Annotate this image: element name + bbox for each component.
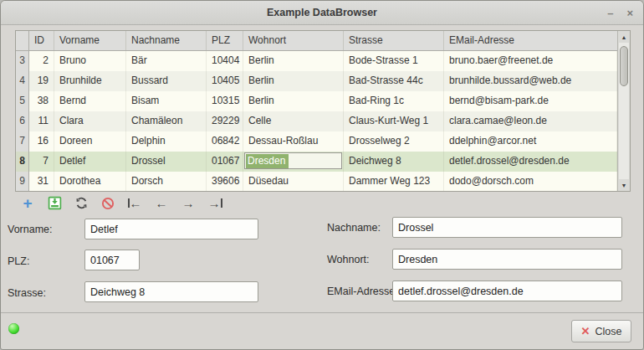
table-cell[interactable]: Drosselweg 2 — [344, 131, 444, 152]
wohnort-field[interactable] — [392, 249, 622, 270]
table-cell[interactable]: Dammer Weg 123 — [344, 172, 444, 192]
table-cell[interactable]: Bad-Strasse 44c — [344, 71, 444, 91]
prior-record-button[interactable]: ← — [148, 193, 175, 214]
column-header[interactable]: ID — [29, 31, 54, 50]
table-cell[interactable]: Bruno — [54, 51, 126, 71]
table-cell[interactable]: detlef.drossel@dresden.de — [444, 152, 617, 172]
nachname-field[interactable] — [392, 217, 622, 238]
row-number[interactable]: 8 — [16, 152, 29, 172]
table-cell[interactable]: Dorsch — [126, 172, 207, 192]
row-number[interactable]: 6 — [16, 111, 29, 131]
table-cell[interactable]: Brunhilde — [54, 71, 126, 91]
table-cell[interactable]: bernd@bisam-park.de — [444, 91, 617, 111]
table-cell[interactable]: Berlin — [243, 71, 344, 91]
table-cell[interactable]: 39606 — [207, 172, 243, 192]
scrollbar-thumb[interactable] — [620, 46, 628, 86]
scrollbar-track[interactable] — [619, 43, 629, 179]
table-row[interactable]: 87DetlefDrossel01067DresdenDeichweg 8det… — [16, 152, 617, 172]
refresh-icon — [74, 196, 89, 210]
row-number[interactable]: 7 — [16, 131, 29, 152]
first-record-button[interactable]: ← — [121, 193, 148, 214]
table-row[interactable]: 419BrunhildeBussard10405BerlinBad-Strass… — [16, 71, 617, 91]
vorname-field[interactable] — [84, 219, 258, 239]
last-record-button[interactable]: → — [202, 193, 228, 214]
table-cell[interactable]: Bad-Ring 1c — [344, 91, 444, 111]
table-row[interactable]: 611ClaraChamäleon29229CelleClaus-Kurt-We… — [16, 111, 617, 131]
table-cell[interactable]: Berlin — [243, 51, 344, 71]
table-row[interactable]: 716DoreenDelphin06842Dessau-RoßlauDrosse… — [16, 131, 617, 152]
table-cell[interactable]: Berlin — [243, 91, 344, 111]
table-cell[interactable]: 10315 — [207, 91, 243, 111]
column-header[interactable]: Strasse — [344, 31, 444, 50]
title-bar: Example DataBrowser – × — [1, 1, 643, 25]
first-record-icon: ← — [128, 197, 142, 209]
close-window-icon[interactable]: × — [626, 8, 633, 18]
row-number[interactable]: 5 — [16, 91, 29, 111]
table-cell[interactable]: Celle — [243, 111, 344, 131]
table-cell[interactable]: Doreen — [54, 131, 126, 152]
scroll-down-icon[interactable]: ▼ — [618, 179, 630, 191]
table-cell[interactable]: 10405 — [207, 71, 243, 91]
table-cell[interactable]: Bussard — [126, 71, 207, 91]
table-cell[interactable]: 06842 — [207, 131, 243, 152]
column-header[interactable]: EMail-Adresse — [444, 31, 630, 50]
table-cell[interactable]: 16 — [29, 131, 54, 152]
email-field[interactable] — [392, 281, 622, 301]
table-cell[interactable]: Clara — [54, 111, 126, 131]
refresh-button[interactable] — [68, 193, 95, 214]
row-number[interactable]: 9 — [16, 172, 29, 192]
vertical-scrollbar[interactable]: ▲ ▼ — [617, 31, 630, 191]
row-number[interactable]: 3 — [16, 51, 29, 71]
table-cell[interactable]: Detlef — [54, 152, 126, 172]
row-number[interactable]: 4 — [16, 71, 29, 91]
table-cell[interactable]: Bernd — [54, 91, 126, 111]
table-cell[interactable]: 38 — [29, 91, 54, 111]
table-cell[interactable]: Delphin — [126, 131, 207, 152]
table-cell[interactable]: 2 — [29, 51, 54, 71]
table-cell[interactable]: Bär — [126, 51, 207, 71]
table-cell[interactable]: Düsedau — [243, 172, 344, 192]
table-cell[interactable]: Chamäleon — [126, 111, 207, 131]
table-cell[interactable]: dodo@dorsch.com — [444, 172, 617, 192]
table-row[interactable]: 538BerndBisam10315BerlinBad-Ring 1cbernd… — [16, 91, 617, 111]
table-cell-editing[interactable]: Dresden — [243, 152, 344, 172]
post-edit-button[interactable] — [41, 193, 68, 214]
table-cell[interactable]: Drossel — [126, 152, 207, 172]
last-record-icon: → — [208, 197, 222, 209]
add-record-button[interactable]: + — [14, 193, 41, 214]
table-cell[interactable]: ddelphin@arcor.net — [444, 131, 617, 152]
table-cell[interactable]: Deichweg 8 — [344, 152, 444, 172]
table-cell[interactable]: bruno.baer@freenet.de — [444, 51, 617, 71]
table-row[interactable]: 32BrunoBär10404BerlinBode-Strasse 1bruno… — [16, 51, 617, 71]
table-cell[interactable]: 01067 — [207, 152, 243, 172]
table-cell[interactable]: 10404 — [207, 51, 243, 71]
table-cell[interactable]: 31 — [29, 172, 54, 192]
data-grid: IDVornameNachnamePLZWohnortStrasseEMail-… — [15, 30, 631, 192]
table-cell[interactable]: Dessau-Roßlau — [243, 131, 344, 152]
table-cell[interactable]: 29229 — [207, 111, 243, 131]
table-cell[interactable]: Claus-Kurt-Weg 1 — [344, 111, 444, 131]
table-row[interactable]: 931DorotheaDorsch39606DüsedauDammer Weg … — [16, 172, 617, 192]
table-cell[interactable]: Bode-Strasse 1 — [344, 51, 444, 71]
table-cell[interactable]: 11 — [29, 111, 54, 131]
cancel-edit-button[interactable] — [95, 193, 121, 214]
table-cell[interactable]: 7 — [29, 152, 54, 172]
table-cell[interactable]: clara.camae@leon.de — [444, 111, 617, 131]
strasse-field[interactable] — [84, 281, 258, 302]
close-x-icon: ✕ — [581, 326, 590, 337]
column-header[interactable]: Wohnort — [243, 31, 344, 50]
table-cell[interactable]: Dorothea — [54, 172, 126, 192]
plz-field[interactable] — [84, 250, 140, 270]
close-button[interactable]: ✕ Close — [571, 320, 631, 342]
table-cell[interactable]: Bisam — [126, 91, 207, 111]
minimize-icon[interactable]: – — [607, 8, 613, 18]
column-header[interactable]: Vorname — [54, 31, 126, 50]
scroll-up-icon[interactable]: ▲ — [618, 31, 630, 43]
cell-editor[interactable]: Dresden — [244, 152, 342, 169]
column-header[interactable]: PLZ — [207, 31, 243, 50]
next-record-button[interactable]: → — [175, 193, 202, 214]
table-cell[interactable]: 19 — [29, 71, 54, 91]
column-header[interactable]: Nachname — [126, 31, 207, 50]
table-cell[interactable]: brunhilde.bussard@web.de — [444, 71, 617, 91]
prior-record-icon: ← — [156, 197, 168, 209]
